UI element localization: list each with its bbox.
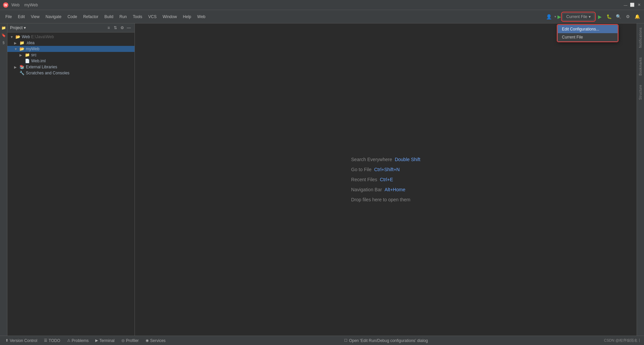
tree-root[interactable]: ▼ 📂 Web E:\Java\Web bbox=[7, 34, 135, 40]
todo-icon: ☰ bbox=[44, 338, 47, 343]
menu-build[interactable]: Build bbox=[102, 14, 116, 20]
menu-toolbar: File Edit View Navigate Code Refactor Bu… bbox=[0, 10, 644, 23]
myweb-label: myWeb bbox=[26, 47, 39, 51]
maximize-button[interactable]: ⬜ bbox=[630, 3, 635, 7]
menu-navigate[interactable]: Navigate bbox=[43, 14, 64, 20]
project-panel: Project ▾ ≡ ⇅ ⚙ — ▼ 📂 Web E:\Java\Web ▶ … bbox=[7, 23, 135, 336]
root-folder-icon: 📂 bbox=[15, 34, 20, 39]
scratches-icon: 🔧 bbox=[19, 71, 24, 75]
ext-libs-arrow: ▶ bbox=[14, 65, 18, 69]
debug-button[interactable]: 🐛 bbox=[605, 13, 613, 21]
close-button[interactable]: ✕ bbox=[637, 3, 641, 7]
problems-icon: ⚠ bbox=[67, 338, 70, 343]
status-message-text: Open 'Edit Run/Debug configurations' dia… bbox=[349, 338, 428, 343]
tab-version-control[interactable]: ⬆ Version Control bbox=[3, 338, 40, 344]
tab-problems[interactable]: ⚠ Problems bbox=[64, 338, 92, 344]
hint-navbar-shortcut: Alt+Home bbox=[385, 187, 406, 192]
config-current-file[interactable]: Current File bbox=[558, 33, 618, 41]
ext-libs-icon: 📚 bbox=[19, 65, 24, 69]
csdn-watermark: CSDN @程序猿陌名丨 bbox=[604, 338, 641, 343]
tree-item-external-libs[interactable]: ▶ 📚 External Libraries bbox=[7, 64, 135, 70]
bookmarks-label[interactable]: Bookmarks bbox=[638, 56, 643, 77]
current-file-label: Current File bbox=[566, 14, 587, 19]
menu-vcs[interactable]: VCS bbox=[146, 14, 159, 20]
hint-drop-label: Drop files here to open them bbox=[351, 197, 411, 202]
account-icon[interactable]: 👤 bbox=[546, 14, 552, 19]
menu-tools[interactable]: Tools bbox=[130, 14, 145, 20]
version-control-label: Version Control bbox=[10, 338, 37, 343]
window-title-web: Web bbox=[11, 3, 19, 7]
menu-code[interactable]: Code bbox=[65, 14, 80, 20]
bookmark-icon[interactable]: 🔖 bbox=[1, 32, 7, 38]
menu-refactor[interactable]: Refactor bbox=[80, 14, 101, 20]
notifications-label[interactable]: Notifications bbox=[638, 26, 643, 49]
config-edit-configurations[interactable]: Edit Configurations... bbox=[558, 25, 618, 33]
tree-item-src[interactable]: ▶ 📁 src bbox=[7, 52, 135, 58]
right-side-panel: Notifications Bookmarks Structure bbox=[637, 23, 644, 336]
src-label: src bbox=[31, 53, 37, 57]
notifications-button[interactable]: 🔔 bbox=[633, 13, 641, 21]
services-label: Services bbox=[150, 338, 166, 343]
run-config-area: ▶ Current File ▾ Edit Configurations... … bbox=[557, 13, 613, 21]
main-layout: 📁 🔖 § Project ▾ ≡ ⇅ ⚙ — ▼ 📂 Web E:\Java\… bbox=[0, 23, 644, 336]
structure-label[interactable]: Structure bbox=[638, 83, 643, 101]
hint-search-shortcut: Double Shift bbox=[395, 157, 420, 162]
minimize-button[interactable]: — bbox=[623, 3, 628, 7]
menu-web[interactable]: Web bbox=[195, 14, 208, 20]
menu-bar: File Edit View Navigate Code Refactor Bu… bbox=[3, 14, 208, 20]
scroll-from-source-button[interactable]: ⇅ bbox=[112, 25, 118, 31]
idea-arrow: ▶ bbox=[14, 41, 18, 45]
myweb-arrow: ▼ bbox=[14, 47, 18, 51]
menu-window[interactable]: Window bbox=[160, 14, 180, 20]
menu-run[interactable]: Run bbox=[117, 14, 129, 20]
project-label: Project bbox=[10, 25, 22, 30]
project-panel-actions: ≡ ⇅ ⚙ — bbox=[106, 25, 132, 31]
tree-item-webiml[interactable]: ▶ 📄 Web.iml bbox=[7, 58, 135, 64]
problems-label: Problems bbox=[72, 338, 89, 343]
run-button[interactable]: ▶ bbox=[596, 13, 604, 21]
hint-recent-shortcut: Ctrl+E bbox=[380, 177, 393, 182]
tab-profiler[interactable]: ◎ Profiler bbox=[119, 338, 142, 344]
collapse-all-button[interactable]: ≡ bbox=[106, 25, 112, 31]
root-arrow: ▼ bbox=[10, 35, 14, 39]
close-panel-button[interactable]: — bbox=[126, 25, 132, 31]
run-config-icon: ▶ bbox=[557, 14, 561, 19]
menu-edit[interactable]: Edit bbox=[15, 14, 28, 20]
profiler-label: Profiler bbox=[126, 338, 139, 343]
terminal-icon: ▶ bbox=[95, 338, 98, 343]
scratches-label: Scratches and Consoles bbox=[26, 71, 69, 75]
current-file-button[interactable]: Current File ▾ bbox=[562, 13, 594, 20]
current-file-dropdown-arrow: ▾ bbox=[589, 14, 591, 19]
menu-view[interactable]: View bbox=[28, 14, 42, 20]
window-title-project: myWeb bbox=[24, 3, 38, 7]
idea-label: .idea bbox=[26, 41, 35, 45]
svg-text:W: W bbox=[4, 3, 7, 7]
title-bar: W Web myWeb — ⬜ ✕ bbox=[0, 0, 644, 10]
account-dropdown[interactable]: ▾ bbox=[554, 15, 556, 18]
panel-settings-button[interactable]: ⚙ bbox=[119, 25, 125, 31]
todo-label: TODO bbox=[49, 338, 60, 343]
menu-file[interactable]: File bbox=[3, 14, 14, 20]
tree-item-myweb[interactable]: ▼ 📂 myWeb bbox=[7, 46, 135, 52]
tab-terminal[interactable]: ▶ Terminal bbox=[93, 338, 117, 344]
tree-item-scratches[interactable]: ▶ 🔧 Scratches and Consoles bbox=[7, 70, 135, 76]
title-bar-right: — ⬜ ✕ bbox=[623, 3, 641, 7]
app-logo: W bbox=[3, 2, 9, 8]
project-icon[interactable]: 📁 bbox=[1, 25, 7, 31]
search-everywhere-button[interactable]: 🔍 bbox=[614, 13, 623, 21]
structure-icon[interactable]: § bbox=[1, 40, 7, 46]
terminal-label: Terminal bbox=[99, 338, 114, 343]
tab-services[interactable]: ◉ Services bbox=[143, 338, 168, 344]
menu-help[interactable]: Help bbox=[180, 14, 194, 20]
hint-goto-shortcut: Ctrl+Shift+N bbox=[374, 167, 399, 172]
window-controls: — ⬜ ✕ bbox=[623, 3, 641, 7]
webiml-file-icon: 📄 bbox=[25, 59, 30, 63]
tree-item-idea[interactable]: ▶ 📁 .idea bbox=[7, 40, 135, 46]
settings-button[interactable]: ⚙ bbox=[624, 13, 632, 21]
project-panel-header: Project ▾ ≡ ⇅ ⚙ — bbox=[7, 23, 135, 32]
bottom-bar: ⬆ Version Control ☰ TODO ⚠ Problems ▶ Te… bbox=[0, 336, 644, 345]
project-dropdown-arrow[interactable]: ▾ bbox=[24, 25, 26, 30]
hint-goto-label: Go to File bbox=[351, 167, 372, 172]
src-arrow: ▶ bbox=[19, 53, 23, 57]
tab-todo[interactable]: ☰ TODO bbox=[41, 338, 63, 344]
